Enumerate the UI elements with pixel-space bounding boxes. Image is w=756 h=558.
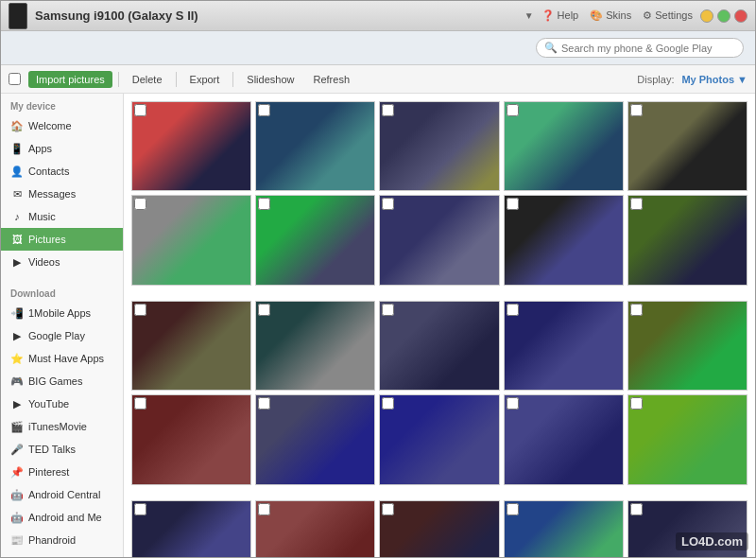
photo-checkbox[interactable] bbox=[134, 198, 146, 210]
photo-thumb[interactable] bbox=[131, 101, 251, 191]
sidebar-item-1mobile[interactable]: 📲 1Mobile Apps bbox=[1, 302, 123, 324]
googleplay-icon: ▶ bbox=[10, 329, 24, 342]
photo-thumb[interactable] bbox=[627, 195, 747, 285]
sidebar-item-pictures[interactable]: 🖼 Pictures bbox=[1, 228, 123, 251]
photo-checkbox[interactable] bbox=[630, 503, 643, 515]
photo-thumb[interactable] bbox=[504, 195, 624, 285]
photo-checkbox[interactable] bbox=[507, 397, 519, 410]
photo-thumb[interactable] bbox=[131, 500, 251, 557]
title-dropdown-icon[interactable]: ▼ bbox=[524, 10, 534, 21]
sidebar-item-videos[interactable]: ▶ Videos bbox=[1, 251, 123, 273]
photo-checkbox[interactable] bbox=[507, 304, 519, 316]
photo-thumb[interactable] bbox=[627, 301, 747, 391]
photo-thumb[interactable] bbox=[255, 301, 375, 391]
photo-checkbox[interactable] bbox=[507, 104, 519, 116]
minimize-button[interactable] bbox=[700, 9, 713, 23]
titlebar-actions: ❓ Help 🎨 Skins ⚙ Settings bbox=[541, 9, 693, 22]
close-button[interactable] bbox=[734, 9, 747, 23]
photo-checkbox[interactable] bbox=[258, 198, 270, 210]
photo-thumb[interactable] bbox=[379, 394, 499, 484]
photo-thumb[interactable] bbox=[131, 394, 251, 484]
sidebar-item-phandroid[interactable]: 📰 Phandroid bbox=[1, 529, 123, 551]
photo-thumb[interactable] bbox=[627, 101, 747, 191]
photo-checkbox[interactable] bbox=[382, 397, 394, 410]
photo-thumb[interactable] bbox=[504, 101, 624, 191]
photo-checkbox[interactable] bbox=[382, 198, 394, 210]
photo-checkbox[interactable] bbox=[134, 104, 146, 116]
search-input[interactable] bbox=[561, 43, 735, 54]
delete-button[interactable]: Delete bbox=[125, 71, 170, 88]
sidebar-item-itunesm[interactable]: 🎬 iTunesMovie bbox=[1, 415, 123, 438]
photo-thumb[interactable] bbox=[131, 195, 251, 285]
photo-checkbox[interactable] bbox=[507, 503, 519, 515]
sidebar-item-apps[interactable]: 📱 Apps bbox=[1, 137, 123, 160]
videos-icon: ▶ bbox=[10, 255, 24, 269]
photo-checkbox[interactable] bbox=[258, 397, 270, 410]
photo-thumb[interactable] bbox=[627, 500, 747, 557]
photo-section-divider bbox=[131, 289, 747, 297]
toolbar-separator-2 bbox=[176, 72, 177, 87]
photo-checkbox[interactable] bbox=[630, 104, 643, 116]
sidebar-item-musthave[interactable]: ⭐ Must Have Apps bbox=[1, 347, 123, 370]
sidebar-item-youtube[interactable]: ▶ YouTube bbox=[1, 392, 123, 415]
sidebar-item-1mobile-label: 1Mobile Apps bbox=[28, 307, 91, 319]
photo-section-divider bbox=[131, 489, 747, 497]
photo-checkbox[interactable] bbox=[382, 503, 394, 515]
toolbar: Import pictures Delete Export Slideshow … bbox=[1, 65, 755, 94]
photo-checkbox[interactable] bbox=[258, 104, 270, 116]
skins-link[interactable]: 🎨 Skins bbox=[590, 9, 631, 22]
slideshow-button[interactable]: Slideshow bbox=[239, 71, 301, 88]
sidebar-item-pinterest[interactable]: 📌 Pinterest bbox=[1, 461, 123, 483]
photo-checkbox[interactable] bbox=[630, 397, 643, 410]
sidebar: My device 🏠 Welcome 📱 Apps 👤 Contacts ✉ … bbox=[1, 94, 124, 557]
sidebar-item-welcome[interactable]: 🏠 Welcome bbox=[1, 114, 123, 137]
photo-thumb[interactable] bbox=[255, 500, 375, 557]
photo-checkbox[interactable] bbox=[134, 397, 146, 410]
photo-thumb[interactable] bbox=[627, 394, 747, 484]
settings-link[interactable]: ⚙ Settings bbox=[643, 9, 693, 22]
sidebar-item-contacts[interactable]: 👤 Contacts bbox=[1, 160, 123, 183]
photo-thumb[interactable] bbox=[379, 101, 499, 191]
import-button[interactable]: Import pictures bbox=[28, 71, 112, 88]
photo-content: 201204... bbox=[124, 94, 755, 557]
photo-checkbox[interactable] bbox=[258, 503, 270, 515]
help-link[interactable]: ❓ Help bbox=[541, 9, 579, 22]
search-wrap: 🔍 bbox=[536, 38, 744, 58]
photo-checkbox[interactable] bbox=[382, 304, 394, 316]
photo-thumb[interactable] bbox=[379, 500, 499, 557]
photo-checkbox[interactable] bbox=[507, 198, 519, 210]
sidebar-item-biggames[interactable]: 🎮 BIG Games bbox=[1, 370, 123, 392]
photo-thumb[interactable] bbox=[255, 101, 375, 191]
photo-thumb[interactable] bbox=[131, 301, 251, 391]
refresh-button[interactable]: Refresh bbox=[305, 71, 357, 88]
photo-checkbox[interactable] bbox=[630, 198, 643, 210]
phandroid-icon: 📰 bbox=[10, 533, 24, 547]
select-all-checkbox[interactable] bbox=[9, 73, 21, 85]
sidebar-item-phandroid-label: Phandroid bbox=[28, 534, 76, 546]
sidebar-item-androidcentral[interactable]: 🤖 Android Central bbox=[1, 483, 123, 506]
sidebar-item-music[interactable]: ♪ Music bbox=[1, 205, 123, 228]
sidebar-item-playboard[interactable]: 📋 Playboard bbox=[1, 551, 123, 557]
sidebar-item-googleplay[interactable]: ▶ Google Play bbox=[1, 324, 123, 347]
photo-thumb[interactable] bbox=[504, 301, 624, 391]
photo-thumb[interactable] bbox=[504, 500, 624, 557]
photo-thumb[interactable] bbox=[504, 394, 624, 484]
photo-checkbox[interactable] bbox=[258, 304, 270, 316]
sidebar-item-ted[interactable]: 🎤 TED Talks bbox=[1, 438, 123, 461]
pinterest-icon: 📌 bbox=[10, 465, 24, 479]
sidebar-item-androidme[interactable]: 🤖 Android and Me bbox=[1, 506, 123, 529]
maximize-button[interactable] bbox=[717, 9, 730, 23]
photo-checkbox[interactable] bbox=[134, 304, 146, 316]
display-label: Display: bbox=[637, 74, 674, 85]
photo-thumb[interactable] bbox=[379, 195, 499, 285]
photo-checkbox[interactable] bbox=[134, 503, 146, 515]
photo-checkbox[interactable] bbox=[630, 304, 643, 316]
photo-thumb[interactable] bbox=[379, 301, 499, 391]
photo-thumb[interactable] bbox=[255, 195, 375, 285]
photo-thumb[interactable] bbox=[255, 394, 375, 484]
photo-checkbox[interactable] bbox=[382, 104, 394, 116]
export-button[interactable]: Export bbox=[182, 71, 228, 88]
display-value[interactable]: My Photos ▼ bbox=[681, 74, 747, 85]
searchbar: 🔍 bbox=[1, 31, 755, 65]
sidebar-item-messages[interactable]: ✉ Messages bbox=[1, 183, 123, 205]
